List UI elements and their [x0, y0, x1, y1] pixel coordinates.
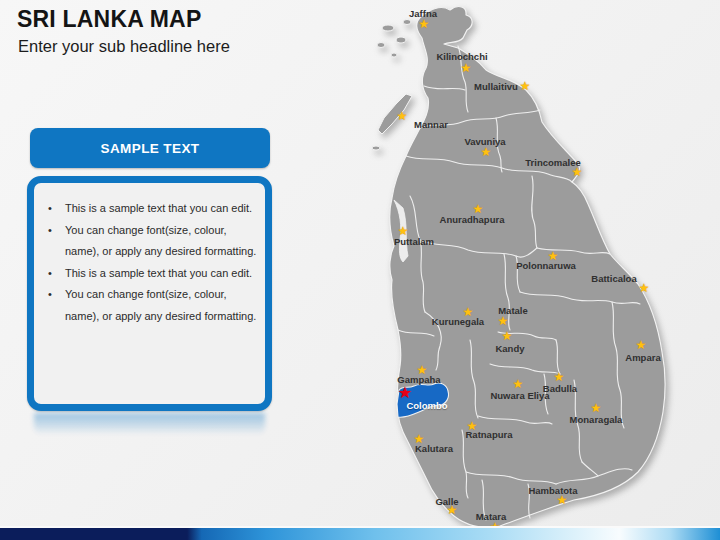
district-star-icon: ★ [502, 330, 513, 342]
district-star-icon: ★ [461, 62, 472, 74]
bullet-item: You can change font(size, colour, name),… [44, 220, 263, 263]
bullet-item: This is a sample text that you can edit. [44, 263, 263, 285]
panel-reflection [34, 413, 265, 439]
sample-text-box: This is a sample text that you can edit.… [27, 176, 272, 411]
district-label: Jaffna [409, 9, 437, 19]
page-title: SRI LANKA MAP [17, 6, 201, 33]
district-star-icon: ★ [473, 203, 484, 215]
district-star-icon: ★ [513, 378, 524, 390]
district-label: Hambatota [528, 486, 577, 496]
district-star-icon: ★ [520, 80, 531, 92]
district-star-icon: ★ [591, 402, 602, 414]
sample-text-header: SAMPLE TEXT [30, 128, 270, 168]
district-label: Vavuniya [464, 137, 505, 147]
district-star-icon: ★ [419, 18, 430, 30]
capital-star-icon: ★ [398, 385, 412, 401]
district-label: Trincomalee [525, 158, 580, 168]
district-star-icon: ★ [397, 110, 408, 122]
district-label: Puttalam [394, 237, 434, 247]
district-label: Monaragala [570, 415, 623, 425]
district-label: Batticaloa [591, 274, 636, 284]
district-star-icon: ★ [636, 339, 647, 351]
district-label: Kandy [495, 344, 524, 354]
footer-bar [0, 526, 720, 540]
bullet-item: This is a sample text that you can edit. [44, 198, 263, 220]
district-star-icon: ★ [639, 282, 650, 294]
district-label: Ratnapura [466, 430, 513, 440]
bullet-item: You can change font(size, colour, name),… [44, 284, 263, 327]
page-subtitle: Enter your sub headline here [18, 37, 230, 56]
district-star-icon: ★ [554, 371, 565, 383]
district-label: Kalutara [415, 444, 453, 454]
district-label: Colombo [406, 401, 447, 411]
district-star-icon: ★ [481, 146, 492, 158]
district-labels-layer: ★Jaffna★Kilinochchi★Mullaitivu★Mannar★Va… [370, 0, 670, 530]
district-label: Matale [498, 306, 528, 316]
district-label: Galle [435, 497, 458, 507]
district-label: Matara [476, 512, 507, 522]
district-label: Mannar [414, 120, 448, 130]
district-label: Kurunegala [432, 317, 484, 327]
district-label: Mullaitivu [474, 82, 518, 92]
bullet-list: This is a sample text that you can edit.… [34, 183, 265, 327]
district-label: Ampara [625, 353, 660, 363]
district-star-icon: ★ [398, 225, 409, 237]
district-star-icon: ★ [498, 315, 509, 327]
district-label: Nuwara Eliya [490, 391, 549, 401]
district-label: Polonnaruwa [516, 261, 576, 271]
district-label: Anuradhapura [440, 215, 505, 225]
sri-lanka-map: ★Jaffna★Kilinochchi★Mullaitivu★Mannar★Va… [370, 0, 670, 530]
district-label: Kilinochchi [436, 52, 487, 62]
